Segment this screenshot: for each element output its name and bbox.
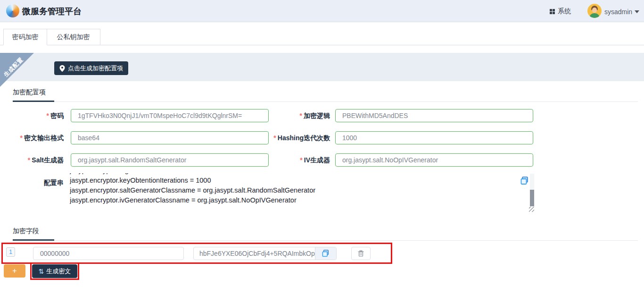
copy-icon [322, 250, 330, 257]
ciphertext-input[interactable]: hbFJe6YXE06OjCbFdj4+5RQAImbkOp [194, 247, 315, 260]
algorithm-input[interactable]: PBEWithMD5AndDES [335, 109, 533, 122]
required-mark: * [300, 112, 302, 119]
scrollbar-thumb[interactable] [530, 190, 534, 206]
map-pin-icon [59, 65, 65, 72]
caret-down-icon[interactable] [635, 10, 639, 13]
config-section-rule [13, 101, 638, 102]
required-mark: * [28, 156, 30, 164]
config-line: jasypt.encryptor.ivGeneratorClassname = … [70, 195, 520, 205]
textarea-resize-grip[interactable] [529, 207, 534, 212]
fields-section-title: 加密字段 [13, 227, 39, 236]
hashing-iterations-input[interactable]: 1000 [335, 131, 533, 144]
required-mark: * [273, 134, 276, 142]
avatar-body [589, 13, 600, 18]
nav-system[interactable]: 系统 [550, 7, 571, 16]
ciphertext-input-group: hbFJe6YXE06OjCbFdj4+5RQAImbkOp [193, 247, 337, 260]
generate-config-button[interactable]: 点击生成加密配置项 [54, 61, 128, 75]
password-label: *密码 [0, 109, 64, 122]
app-header: 微服务管理平台 系统 sysadmin [0, 0, 644, 22]
config-line: jasypt.encryptor.saltGeneratorClassname … [70, 185, 520, 195]
config-section-rule-active [13, 101, 54, 102]
add-row-button[interactable]: + [4, 264, 25, 278]
tab-keypair-encrypt[interactable]: 公私钥加密 [47, 29, 100, 45]
copy-cipher-button[interactable] [315, 247, 336, 260]
hashing-iterations-label: *Hashing迭代次数 [217, 131, 330, 144]
fields-section-rule [13, 240, 638, 241]
trash-icon [358, 250, 364, 257]
generate-cipher-button[interactable]: ⇅ 生成密文 [32, 264, 77, 278]
scrollbar-track[interactable] [530, 174, 534, 207]
algorithm-label: *加密逻辑 [217, 109, 330, 122]
config-string-label: 配置串 [0, 179, 64, 187]
app-logo-icon [6, 4, 19, 17]
row-index-badge: 1 [6, 247, 15, 257]
config-string-textarea[interactable]: jasypt.encryptor.algorithm = PBEWithMD5A… [70, 173, 520, 211]
nav-system-label: 系统 [558, 7, 571, 16]
fields-section-rule-active [13, 239, 54, 241]
username-label[interactable]: sysadmin [604, 8, 632, 16]
sort-arrows-icon: ⇅ [39, 268, 44, 275]
required-mark: * [20, 134, 23, 142]
copy-icon[interactable] [520, 177, 529, 185]
config-line: jasypt.encryptor.keyObtentionIterations … [70, 176, 520, 185]
output-format-label: *密文输出格式 [0, 131, 64, 144]
avatar-face [592, 8, 597, 13]
iv-generator-label: *IV生成器 [217, 153, 330, 167]
grid-icon [550, 9, 555, 14]
iv-generator-input[interactable]: org.jasypt.salt.NoOpIVGenerator [335, 153, 533, 167]
required-mark: * [47, 112, 49, 119]
required-mark: * [300, 156, 302, 164]
app-title: 微服务管理平台 [22, 6, 82, 17]
plaintext-input[interactable]: 00000000 [33, 247, 184, 260]
salt-generator-label: *Salt生成器 [0, 153, 64, 167]
config-section-title: 加密配置项 [13, 88, 46, 97]
delete-row-button[interactable] [351, 247, 371, 260]
generate-config-button-label: 点击生成加密配置项 [68, 64, 123, 73]
tab-password-encrypt[interactable]: 密码加密 [3, 29, 47, 45]
generate-cipher-button-label: 生成密文 [46, 267, 71, 276]
user-avatar[interactable] [587, 4, 602, 18]
